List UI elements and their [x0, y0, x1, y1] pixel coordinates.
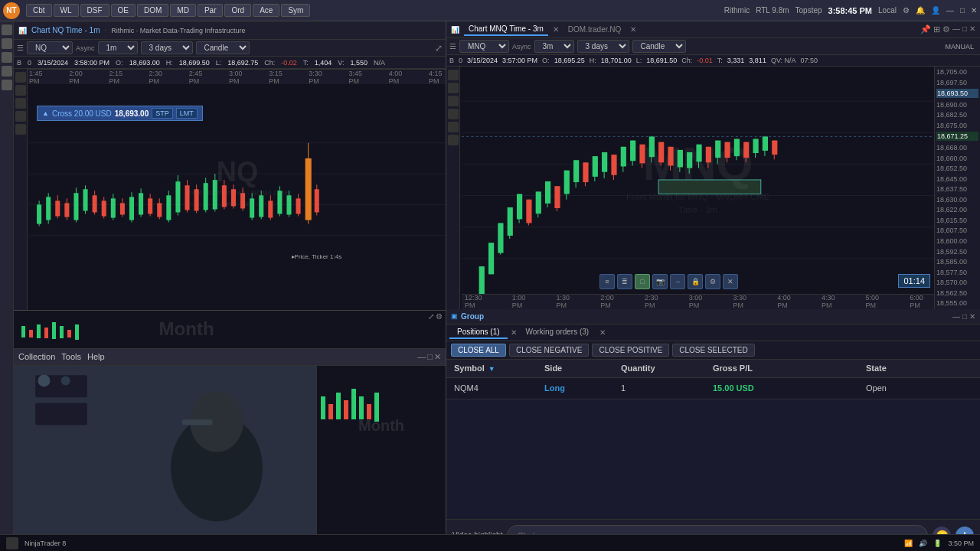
panel-close[interactable]: ✕	[969, 312, 975, 321]
svg-rect-128	[573, 160, 579, 182]
right-b-label: B	[449, 57, 454, 64]
win-close[interactable]: ✕	[434, 352, 441, 362]
settings-chart-btn[interactable]: ⚙	[436, 312, 443, 321]
menu-collection[interactable]: Collection	[18, 352, 55, 361]
chart-min-icon[interactable]: —	[952, 24, 960, 34]
sidebar-icon-5[interactable]	[2, 80, 12, 90]
toolbar-grid-icon[interactable]: ≡	[599, 274, 615, 289]
menu-tools[interactable]: Tools	[61, 352, 81, 361]
col-header-symbol: Symbol ▼	[446, 364, 538, 373]
positions-tab-close[interactable]: ✕	[511, 328, 517, 337]
left-chart-tab[interactable]: Rithmic · Market Data-Trading Infrastruc…	[111, 27, 245, 34]
toolbar-btn-ord[interactable]: Ord	[224, 4, 251, 17]
right-chart-tab-2[interactable]: DOM.trader.NQ	[564, 24, 626, 35]
table-row[interactable]: NQM4 Long 1 15.00 USD Open	[446, 378, 980, 399]
toolbar-btn-sym[interactable]: Sym	[281, 4, 310, 17]
tab-close-2[interactable]: ✕	[630, 25, 636, 34]
left-chart-area[interactable]: ▲ Cross 20.00 USD 18,693.00 STP LMT	[14, 69, 446, 310]
draw-text[interactable]	[15, 111, 26, 122]
toolbar-settings-icon[interactable]: ⚙	[705, 274, 720, 289]
right-timeframe-selector[interactable]: 3m	[534, 40, 574, 53]
right-price-scale: 18,705.00 18,697.50 18,693.50 18,690.00 …	[934, 67, 980, 309]
right-draw-cross[interactable]	[448, 135, 459, 145]
right-range-selector[interactable]: 3 days	[577, 40, 629, 53]
chart-pin-icon[interactable]: 📌	[920, 24, 931, 34]
right-draw-tools	[446, 67, 459, 148]
working-orders-tab[interactable]: Working orders (3)	[518, 326, 597, 339]
low-label: L:	[216, 59, 222, 67]
symbol-selector[interactable]: NQ	[27, 41, 73, 54]
settings-icon[interactable]: ⚙	[903, 6, 910, 15]
sidebar-icon-4[interactable]	[2, 66, 12, 77]
close-all-button[interactable]: CLOSE ALL	[451, 344, 506, 357]
toolbar-right: Rithmic RTL 9.8m Topstep 3:58:45 PM Loca…	[724, 6, 977, 15]
svg-rect-95	[359, 396, 364, 419]
positions-tab[interactable]: Positions (1)	[449, 326, 508, 339]
sidebar-icon-3[interactable]	[2, 52, 12, 63]
row-side: Long	[538, 383, 615, 393]
toolbar-btn-cbt[interactable]: Cbt	[26, 4, 52, 17]
right-chart-area[interactable]: MNQ Front Month for MNQ - MNQM4.CME Time…	[446, 67, 980, 309]
svg-rect-130	[583, 162, 588, 182]
close-btn[interactable]: ✕	[971, 6, 977, 15]
toolbar-list-icon[interactable]: ≣	[617, 274, 632, 289]
chart-close-icon[interactable]: ✕	[969, 24, 975, 34]
toolbar-btn-par[interactable]: Par	[198, 4, 224, 17]
menu-help[interactable]: Help	[87, 352, 105, 361]
toolbar-lock-icon[interactable]: 🔒	[688, 274, 703, 289]
maximize-btn[interactable]: □	[960, 6, 965, 15]
sidebar-icon-2[interactable]	[2, 38, 12, 49]
chart-type-selector[interactable]: Candle	[196, 41, 250, 54]
svg-rect-91	[328, 404, 333, 419]
user-icon[interactable]: 👤	[931, 6, 940, 15]
close-positive-button[interactable]: CLOSE POSITIVE	[592, 344, 669, 357]
chart-countdown-timer: 01:14	[898, 274, 930, 288]
right-draw-rect[interactable]	[448, 109, 459, 119]
draw-line[interactable]	[15, 85, 26, 96]
right-chart-type-selector[interactable]: Candle	[632, 40, 686, 53]
right-draw-line[interactable]	[448, 83, 459, 93]
close-selected-button[interactable]: CLOSE SELECTED	[672, 344, 754, 357]
right-symbol-selector[interactable]: MNQ	[459, 40, 509, 53]
notification-icon[interactable]: 🔔	[916, 6, 925, 15]
chart-grid-icon[interactable]: ⊞	[933, 24, 940, 34]
taskbar-icon[interactable]	[6, 537, 18, 549]
right-draw-fib[interactable]	[448, 96, 459, 106]
left-price-info-bar: B 0 3/15/2024 3:58:00 PM O: 18,693.00 H:…	[14, 57, 446, 69]
panel-maximize[interactable]: □	[962, 312, 967, 321]
left-chart-toolbar: ☰ NQ Async 1m 3 days Candle ⤢	[14, 40, 446, 57]
symbol-filter-icon[interactable]: ▼	[488, 365, 495, 373]
toolbar-close-icon[interactable]: ✕	[723, 274, 738, 289]
expand-chart-btn[interactable]: ⤢	[428, 312, 434, 321]
right-draw-text[interactable]	[448, 122, 459, 132]
toolbar-arrow-icon[interactable]: →	[670, 274, 685, 289]
chart-max-icon[interactable]: □	[962, 24, 967, 34]
win-minimize[interactable]: —	[417, 352, 426, 362]
working-orders-tab-close[interactable]: ✕	[599, 328, 606, 337]
toolbar-camera-icon[interactable]: 📷	[652, 274, 668, 289]
bottom-left-section: ⤢ ⚙ Month Col	[14, 310, 446, 552]
right-draw-cursor[interactable]	[448, 70, 459, 80]
minimize-btn[interactable]: —	[946, 6, 954, 15]
range-selector[interactable]: 3 days	[141, 41, 193, 54]
toolbar-btn-ace[interactable]: Ace	[253, 4, 279, 17]
toolbar-btn-dsf[interactable]: DSF	[80, 4, 109, 17]
right-chart-tab-1[interactable]: Chart MNQ Time - 3m	[464, 23, 548, 36]
toolbar-btn-dom[interactable]: DOM	[137, 4, 168, 17]
toolbar-btn-wl[interactable]: WL	[54, 4, 79, 17]
toolbar-btn-oe[interactable]: OE	[111, 4, 136, 17]
toolbar-btn-md[interactable]: MD	[170, 4, 196, 17]
draw-cursor[interactable]	[15, 72, 26, 83]
draw-rect[interactable]	[15, 98, 26, 109]
expand-icon[interactable]: ⤢	[435, 43, 443, 54]
panel-minimize[interactable]: —	[952, 312, 960, 321]
taskbar-app-name[interactable]: NinjaTrader 8	[24, 540, 66, 547]
sidebar-icon-1[interactable]	[2, 24, 12, 35]
draw-fib[interactable]	[15, 124, 26, 135]
timeframe-selector[interactable]: 1m	[98, 41, 138, 54]
chart-settings-icon[interactable]: ⚙	[942, 24, 950, 34]
win-maximize[interactable]: □	[427, 352, 433, 362]
tab-close-1[interactable]: ✕	[553, 25, 559, 34]
close-negative-button[interactable]: CLOSE NEGATIVE	[509, 344, 590, 357]
toolbar-green-box-icon[interactable]: □	[635, 274, 650, 289]
